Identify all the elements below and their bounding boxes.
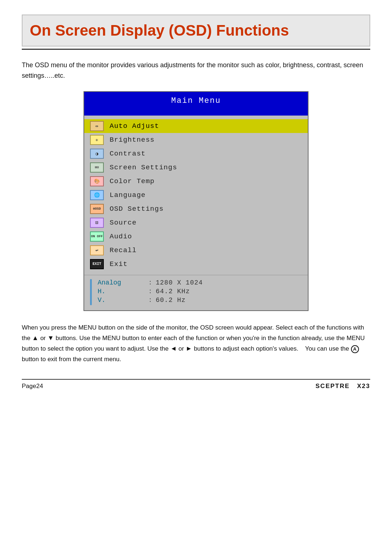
menu-item-brightness[interactable]: ✳ Brightness xyxy=(84,133,308,147)
footer-page-number: Page24 xyxy=(22,383,43,390)
footer-colon-2: : xyxy=(145,288,156,295)
left-arrow: ◄ xyxy=(170,345,177,352)
footer-colon-3: : xyxy=(145,296,156,304)
footer-signal-row: Analog : 1280 X 1024 xyxy=(98,279,302,286)
menu-item-language[interactable]: 🌐 Language xyxy=(84,188,308,202)
menu-item-recall[interactable]: ↩ Recall xyxy=(84,243,308,257)
language-icon: 🌐 xyxy=(90,190,104,200)
right-arrow: ► xyxy=(186,345,192,352)
bottom-text: When you press the MENU button on the si… xyxy=(22,323,370,364)
screen-settings-icon: ⊞⊟ xyxy=(90,162,104,173)
footer-bar xyxy=(90,279,92,305)
divider xyxy=(22,49,370,50)
language-label: Language xyxy=(110,191,146,199)
footer-resolution: 1280 X 1024 xyxy=(156,279,203,286)
exit-button-circle: A xyxy=(351,345,359,353)
source-icon: ⊡ xyxy=(90,218,104,228)
footer-h-value: 64.2 KHz xyxy=(156,288,190,295)
audio-icon: ON OFF xyxy=(90,231,104,242)
osd-menu-items: ⇔ Auto Adjust ✳ Brightness ◑ Contrast ⊞⊟… xyxy=(84,116,308,275)
audio-label: Audio xyxy=(110,233,132,241)
footer-v-value: 60.2 Hz xyxy=(156,296,186,304)
menu-item-contrast[interactable]: ◑ Contrast xyxy=(84,147,308,161)
page-footer: Page24 SCEPTRE X23 xyxy=(22,379,370,390)
footer-v-label: V. xyxy=(98,296,145,304)
down-arrow: ▼ xyxy=(48,334,54,342)
recall-icon: ↩ xyxy=(90,245,104,255)
exit-label: Exit xyxy=(110,260,128,268)
color-temp-icon: 🎨 xyxy=(90,176,104,186)
recall-label: Recall xyxy=(110,246,136,254)
menu-item-audio[interactable]: ON OFF Audio xyxy=(84,230,308,243)
screen-settings-label: Screen Settings xyxy=(110,164,177,171)
footer-colon-1: : xyxy=(145,279,156,286)
footer-v-row: V. : 60.2 Hz xyxy=(98,296,302,304)
intro-text: The OSD menu of the monitor provides var… xyxy=(22,60,370,81)
exit-icon: EXIT xyxy=(90,259,104,269)
osd-menu-box: Main Menu ⇔ Auto Adjust ✳ Brightness ◑ C… xyxy=(83,91,309,311)
contrast-label: Contrast xyxy=(110,150,146,158)
footer-signal-label: Analog xyxy=(98,279,145,286)
auto-adjust-icon: ⇔ xyxy=(90,121,104,131)
footer-h-label: H. xyxy=(98,288,145,295)
up-arrow: ▲ xyxy=(32,334,38,342)
menu-item-osd-settings[interactable]: ⊕OSD OSD Settings xyxy=(84,202,308,216)
brightness-icon: ✳ xyxy=(90,135,104,145)
osd-menu-footer: Analog : 1280 X 1024 H. : 64.2 KHz V. : … xyxy=(84,275,308,310)
menu-item-screen-settings[interactable]: ⊞⊟ Screen Settings xyxy=(84,161,308,174)
footer-h-row: H. : 64.2 KHz xyxy=(98,288,302,295)
footer-brand-model: SCEPTRE X23 xyxy=(315,383,370,390)
menu-item-source[interactable]: ⊡ Source xyxy=(84,216,308,230)
contrast-icon: ◑ xyxy=(90,149,104,159)
footer-content: Analog : 1280 X 1024 H. : 64.2 KHz V. : … xyxy=(98,279,302,305)
osd-menu-header: Main Menu xyxy=(84,92,308,116)
menu-spacer-bottom xyxy=(84,271,308,275)
menu-item-exit[interactable]: EXIT Exit xyxy=(84,257,308,271)
page-title: On Screen Display (OSD) Functions xyxy=(22,15,370,47)
auto-adjust-label: Auto Adjust xyxy=(110,122,159,130)
brightness-label: Brightness xyxy=(110,136,155,144)
osd-settings-icon: ⊕OSD xyxy=(90,204,104,214)
menu-item-color-temp[interactable]: 🎨 Color Temp xyxy=(84,174,308,188)
source-label: Source xyxy=(110,219,136,227)
color-temp-label: Color Temp xyxy=(110,177,155,185)
menu-item-auto-adjust[interactable]: ⇔ Auto Adjust xyxy=(84,119,308,133)
menu-spacer-top xyxy=(84,116,308,119)
osd-settings-label: OSD Settings xyxy=(110,205,164,213)
